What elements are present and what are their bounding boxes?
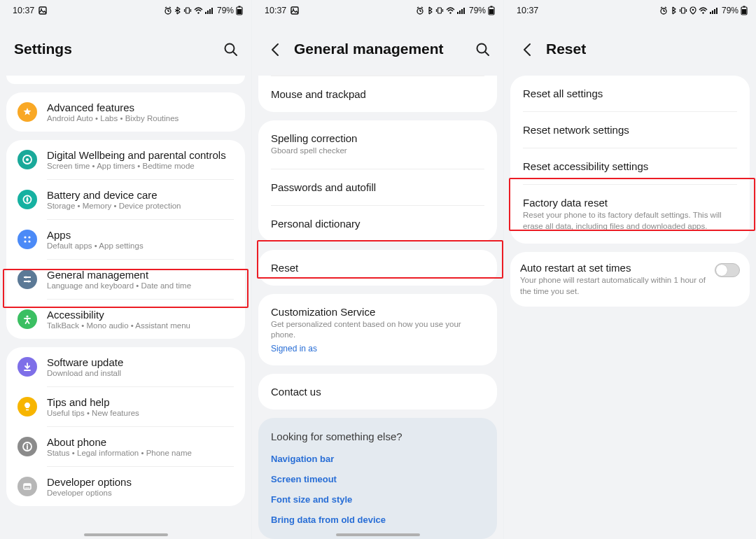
svg-point-34 bbox=[26, 315, 28, 317]
item-mouse-trackpad[interactable]: Mouse and trackpad bbox=[258, 76, 497, 112]
battery-icon bbox=[236, 6, 243, 15]
item-title: Reset network settings bbox=[523, 124, 737, 136]
item-reset-accessibility-settings[interactable]: Reset accessibility settings bbox=[510, 148, 750, 184]
lfse-link-bring-data[interactable]: Bring data from old device bbox=[271, 514, 484, 525]
accessibility-icon bbox=[18, 309, 37, 329]
gm-card-top: Mouse and trackpad bbox=[258, 76, 497, 112]
svg-point-26 bbox=[24, 236, 26, 238]
item-battery-care[interactable]: Battery and device careStorage • Memory … bbox=[6, 180, 245, 219]
svg-point-29 bbox=[28, 240, 30, 242]
svg-rect-18 bbox=[209, 9, 211, 14]
bluetooth-icon bbox=[426, 6, 433, 15]
item-auto-restart[interactable]: Auto restart at set times Your phone wil… bbox=[510, 252, 750, 307]
item-title: Passwords and autofill bbox=[271, 181, 484, 193]
svg-rect-55 bbox=[459, 10, 461, 14]
developer-options-icon bbox=[18, 477, 37, 496]
item-software-update[interactable]: Software updateDownload and install bbox=[6, 347, 245, 386]
status-time: 10:37 bbox=[13, 6, 34, 15]
item-title: Reset all settings bbox=[523, 88, 737, 99]
svg-rect-56 bbox=[461, 9, 463, 14]
svg-point-70 bbox=[702, 12, 704, 13]
item-title: Digital Wellbeing and parental controls bbox=[47, 149, 226, 161]
item-title: Software update bbox=[47, 356, 123, 368]
item-sub: TalkBack • Mono audio • Assistant menu bbox=[47, 321, 190, 330]
svg-point-28 bbox=[24, 240, 26, 242]
svg-point-53 bbox=[449, 12, 451, 13]
svg-rect-41 bbox=[24, 484, 31, 486]
svg-rect-77 bbox=[742, 9, 746, 14]
alarm-icon bbox=[164, 6, 172, 15]
item-title: Mouse and trackpad bbox=[271, 88, 484, 100]
status-bar: 10:37 79% bbox=[504, 0, 756, 18]
signed-in-link[interactable]: Signed in as bbox=[271, 344, 484, 354]
lfse-link-screen-timeout[interactable]: Screen timeout bbox=[271, 474, 484, 484]
item-sub: Your phone will restart automatically wi… bbox=[520, 275, 706, 297]
status-battery: 79% bbox=[217, 6, 234, 15]
lfse-heading: Looking for something else? bbox=[271, 430, 484, 442]
general-management-icon bbox=[18, 270, 37, 289]
item-general-management[interactable]: General managementLanguage and keyboard … bbox=[6, 260, 245, 299]
lfse-link-font-size[interactable]: Font size and style bbox=[271, 494, 484, 505]
item-tips-help[interactable]: Tips and helpUseful tips • New features bbox=[6, 387, 245, 426]
item-about-phone[interactable]: About phoneStatus • Legal information • … bbox=[6, 427, 245, 466]
nav-bar[interactable] bbox=[336, 533, 420, 536]
item-passwords-autofill[interactable]: Passwords and autofill bbox=[258, 169, 497, 205]
image-icon bbox=[290, 6, 299, 15]
item-sub: Download and install bbox=[47, 369, 123, 377]
search-button[interactable] bbox=[472, 39, 492, 59]
item-title: Spelling correction bbox=[271, 132, 484, 144]
reset-card: Reset all settings Reset network setting… bbox=[510, 76, 750, 244]
status-battery: 79% bbox=[722, 6, 738, 15]
lfse-link-navigation-bar[interactable]: Navigation bar bbox=[271, 454, 484, 464]
tips-help-icon bbox=[18, 397, 37, 416]
item-reset-all-settings[interactable]: Reset all settings bbox=[510, 76, 750, 111]
item-title: Customization Service bbox=[271, 306, 484, 318]
item-spelling[interactable]: Spelling correction Gboard spell checker bbox=[258, 120, 497, 169]
svg-rect-16 bbox=[205, 12, 206, 14]
item-sub: Storage • Memory • Device protection bbox=[47, 202, 181, 210]
back-button[interactable] bbox=[518, 39, 538, 59]
svg-point-44 bbox=[293, 8, 294, 10]
software-update-icon bbox=[18, 357, 37, 377]
item-contact-us[interactable]: Contact us bbox=[258, 374, 497, 410]
item-personal-dictionary[interactable]: Personal dictionary bbox=[258, 206, 497, 241]
back-button[interactable] bbox=[266, 39, 286, 59]
item-accessibility[interactable]: AccessibilityTalkBack • Mono audio • Ass… bbox=[6, 300, 245, 339]
item-customization-service[interactable]: Customization Service Get personalized c… bbox=[258, 294, 497, 365]
svg-rect-73 bbox=[714, 9, 715, 14]
card-stub bbox=[6, 76, 245, 84]
svg-rect-54 bbox=[457, 12, 458, 14]
svg-rect-76 bbox=[743, 6, 746, 8]
search-icon bbox=[223, 41, 238, 57]
svg-rect-57 bbox=[463, 8, 465, 14]
item-sub: Useful tips • New features bbox=[47, 409, 139, 417]
item-digital-wellbeing[interactable]: Digital Wellbeing and parental controlsS… bbox=[6, 140, 245, 179]
svg-point-15 bbox=[197, 12, 199, 13]
status-bar: 10:37 79% bbox=[252, 0, 503, 18]
item-apps[interactable]: AppsDefault apps • App settings bbox=[6, 220, 245, 259]
item-title: Tips and help bbox=[47, 396, 139, 408]
item-factory-data-reset[interactable]: Factory data reset Reset your phone to i… bbox=[510, 185, 750, 244]
item-developer-options[interactable]: Developer optionsDeveloper options bbox=[6, 467, 245, 506]
item-reset-network-settings[interactable]: Reset network settings bbox=[510, 112, 750, 148]
settings-card-3: Software updateDownload and install Tips… bbox=[6, 347, 245, 506]
gm-card-reset: Reset bbox=[258, 250, 497, 286]
item-title: Developer options bbox=[47, 476, 132, 488]
svg-point-4 bbox=[41, 8, 42, 10]
nav-bar[interactable] bbox=[84, 533, 168, 536]
bluetooth-icon bbox=[174, 6, 181, 15]
reset-header: Reset bbox=[504, 18, 756, 71]
item-sub: Language and keyboard • Date and time bbox=[47, 281, 191, 290]
gm-card-contact: Contact us bbox=[258, 374, 497, 410]
page-title: Settings bbox=[14, 41, 212, 57]
item-reset[interactable]: Reset bbox=[258, 250, 497, 286]
search-button[interactable] bbox=[220, 39, 240, 59]
item-advanced-features[interactable]: Advanced featuresAndroid Auto • Labs • B… bbox=[6, 92, 245, 132]
item-title: Advanced features bbox=[47, 102, 178, 113]
alarm-icon bbox=[659, 6, 668, 15]
item-sub: Status • Legal information • Phone name bbox=[47, 449, 192, 457]
battery-icon bbox=[488, 6, 495, 15]
item-title: Apps bbox=[47, 229, 144, 241]
auto-restart-toggle[interactable] bbox=[715, 263, 740, 277]
svg-rect-43 bbox=[291, 7, 298, 14]
